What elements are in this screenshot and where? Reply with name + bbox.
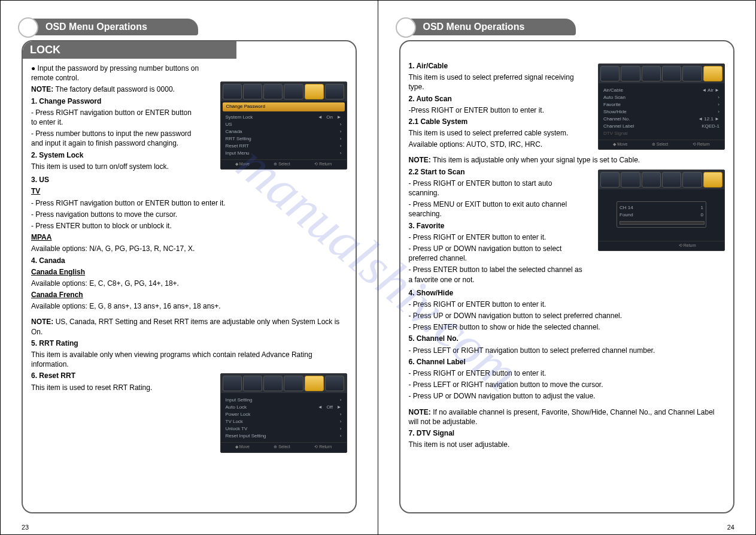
- text-line: - Press ENTER button to label the select…: [409, 265, 588, 284]
- osd-row: Power Lock›: [226, 411, 342, 418]
- content-frame-left: LOCK Change Password System Lock◄ On: [22, 40, 357, 513]
- osd-tab-icon-selected: [703, 172, 722, 188]
- page-number-left: 23: [22, 524, 29, 531]
- chapter-circle-icon: [18, 17, 38, 38]
- page-number-right: 24: [727, 524, 734, 531]
- heading-rrt-rating: 5. RRT Rating: [31, 338, 347, 348]
- subheading-canada-english: Canada English: [31, 267, 347, 277]
- text-line: This item is used to select preferred si…: [409, 72, 576, 92]
- osd-screenshot-channel-1: Air/Cable◄ Air ► Auto Scan› Favorite› Sh…: [598, 64, 725, 150]
- heading-channel-label: 6. Channel Label: [409, 357, 725, 367]
- chapter-tab-left: OSD Menu Operations: [22, 19, 357, 35]
- osd-row: Show/Hide›: [603, 108, 719, 116]
- text-line: - Press RIGHT or ENTER button to enter i…: [409, 232, 576, 242]
- text-line: - Press ENTER button to block or unblock…: [31, 221, 347, 231]
- osd-tab-icon: [600, 66, 620, 81]
- text-line: This item is not user adjustable.: [409, 440, 725, 449]
- osd-tab-icon-selected: [305, 376, 324, 391]
- osd-tab-icon: [223, 376, 242, 391]
- osd-row: Favorite›: [603, 101, 719, 108]
- osd-tab-icon: [682, 172, 702, 188]
- osd-tab-icon: [263, 84, 283, 99]
- note-line: NOTE: If no available channel is present…: [409, 407, 725, 427]
- note-line: NOTE: This item is adjustable only when …: [409, 155, 725, 165]
- osd-tab-icon: [263, 376, 283, 391]
- subheading-mpaa: MPAA: [31, 232, 347, 242]
- text-line: - Press navigation buttons to move the c…: [31, 210, 347, 219]
- osd-row: Channel No.◄ 12.1 ►: [603, 116, 719, 123]
- heading-show-hide: 4. Show/Hide: [409, 288, 725, 298]
- text-line: - Press UP or DOWN navigation button to …: [409, 244, 576, 263]
- osd-tab-icon: [223, 84, 242, 99]
- osd-tab-icon: [284, 84, 303, 99]
- text-line: This item is available only when viewing…: [31, 350, 347, 369]
- text-line: - Press LEFT or RIGHT navigation button …: [409, 380, 725, 389]
- osd-tab-icon: [662, 66, 681, 81]
- text-line: - Press UP or DOWN navigation button to …: [409, 391, 725, 401]
- text-line: Available options: E, C, C8+, G, PG, 14+…: [31, 279, 347, 288]
- osd-row: Air/Cable◄ Air ►: [603, 87, 719, 94]
- content-frame-right: Air/Cable◄ Air ► Auto Scan› Favorite› Sh…: [399, 40, 735, 513]
- intro-line: ● Input the password by pressing number …: [31, 64, 347, 83]
- progress-bar-icon: [620, 221, 705, 225]
- osd-tab-icon-selected: [305, 84, 324, 99]
- osd-row: Canada›: [226, 128, 342, 135]
- osd-row: Reset Input Setting›: [226, 433, 342, 440]
- osd-tab-icon: [325, 84, 344, 99]
- text-line: This item is used to select preferred ca…: [409, 128, 576, 138]
- text-line: - Press LEFT or RIGHT navigation button …: [409, 346, 725, 355]
- osd-tab-icon: [284, 376, 303, 391]
- text-line: Available options: E, G, 8 ans+, 13 ans+…: [31, 301, 347, 311]
- osd-row: RRT Setting›: [226, 135, 342, 143]
- osd-screenshot-lock-1: Change Password System Lock◄ On ► US› Ca…: [220, 81, 347, 170]
- osd-tab-icon: [662, 172, 681, 188]
- chapter-title: OSD Menu Operations: [405, 19, 576, 35]
- text-line: - Press ENTER button to show or hide the…: [409, 322, 725, 332]
- text-line: - Press RIGHT navigation button or ENTER…: [31, 108, 199, 127]
- text-line: - Press UP or DOWN navigation button to …: [409, 311, 725, 321]
- osd-row: Input Setting›: [226, 397, 342, 404]
- osd-row: Input Menu›: [226, 150, 342, 157]
- osd-tab-icon: [325, 376, 344, 391]
- osd-screenshot-lock-2: Input Setting› Auto Lock◄ Off ► Power Lo…: [220, 373, 347, 452]
- text-line: Available options: N/A, G, PG, PG-13, R,…: [31, 244, 347, 253]
- text-line: - Press RIGHT or ENTER button to enter i…: [409, 368, 725, 378]
- osd-tab-icon: [243, 84, 262, 99]
- manual-spread: manualshiv.com OSD Menu Operations LOCK: [0, 0, 756, 535]
- subheading-canada-french: Canada French: [31, 290, 347, 300]
- heading-canada: 4. Canada: [31, 256, 347, 265]
- heading-channel-no: 5. Channel No.: [409, 334, 725, 343]
- osd-row: System Lock◄ On ►: [226, 114, 342, 121]
- osd-tab-icon: [642, 66, 661, 81]
- osd-row: Unlock TV›: [226, 425, 342, 433]
- subheading-tv: TV: [31, 186, 347, 196]
- text-line: - Press number buttons to input the new …: [31, 129, 199, 148]
- osd-tab-icon-selected: [703, 66, 722, 81]
- scan-progress-box: CH 141 Found0: [617, 201, 706, 228]
- text-line: - Press RIGHT or ENTER button to enter i…: [409, 300, 725, 309]
- osd-tab-icon: [621, 172, 640, 188]
- osd-screenshot-scan: CH 141 Found0 ⟲ Return: [598, 170, 725, 251]
- section-header-lock: LOCK: [23, 41, 236, 59]
- osd-row: Channel LabelKQED-1: [603, 123, 719, 130]
- osd-tab-icon: [621, 66, 640, 81]
- chapter-circle-icon: [396, 17, 416, 38]
- note-line: NOTE: US, Canada, RRT Setting and Reset …: [31, 317, 347, 336]
- chapter-tab-right: OSD Menu Operations: [399, 19, 735, 35]
- osd-row: Auto Lock◄ Off ►: [226, 404, 342, 411]
- page-left: OSD Menu Operations LOCK Change Password: [1, 1, 378, 534]
- text-line: - Press MENU or EXIT button to exit auto…: [409, 200, 576, 219]
- osd-highlight: Change Password: [223, 102, 345, 111]
- osd-row: TV Lock›: [226, 418, 342, 425]
- chapter-title: OSD Menu Operations: [28, 19, 198, 35]
- osd-row: Reset RRT›: [226, 143, 342, 150]
- osd-row: DTV Signal: [603, 130, 719, 137]
- page-right: OSD Menu Operations Air/Cable◄ Ai: [378, 1, 756, 534]
- osd-tab-icon: [600, 172, 620, 188]
- osd-tab-icon: [642, 172, 661, 188]
- osd-row: Auto Scan›: [603, 94, 719, 101]
- text-line: - Press RIGHT or ENTER button to start a…: [409, 179, 576, 198]
- text-line: - Press RIGHT navigation button or ENTER…: [31, 198, 347, 208]
- osd-tab-icon: [243, 376, 262, 391]
- heading-dtv-signal: 7. DTV Signal: [409, 428, 725, 438]
